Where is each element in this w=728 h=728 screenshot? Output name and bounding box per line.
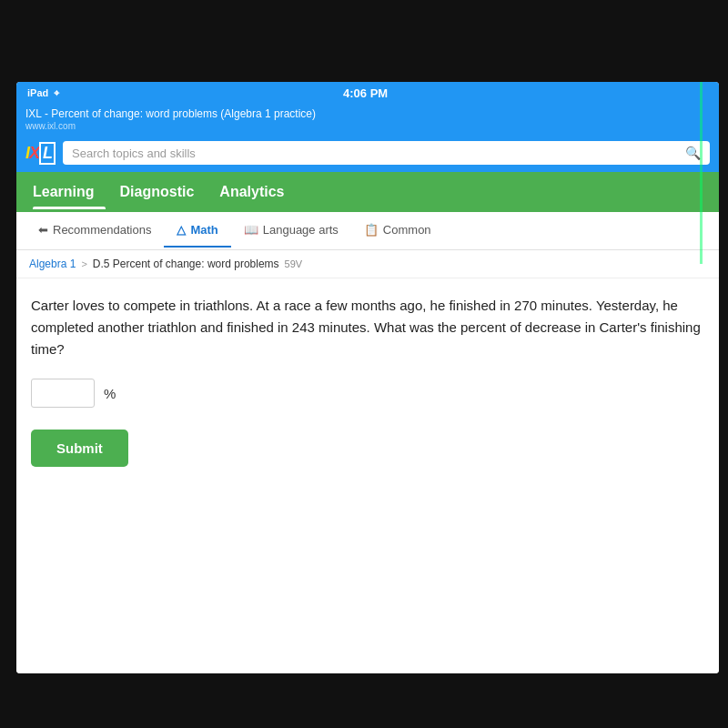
main-content: Carter loves to compete in triathlons. A…: [16, 278, 719, 673]
search-wrapper[interactable]: Search topics and skills 🔍: [63, 141, 710, 165]
tab-math[interactable]: △ Math: [164, 214, 230, 248]
browser-bar: IXL - Percent of change: word problems (…: [16, 104, 719, 136]
breadcrumb-separator: >: [81, 258, 86, 269]
percent-label: %: [104, 386, 116, 401]
nav-item-analytics[interactable]: Analytics: [212, 175, 302, 209]
search-placeholder: Search topics and skills: [72, 147, 196, 160]
search-bar: IXL Search topics and skills 🔍: [16, 136, 719, 172]
breadcrumb-current: D.5 Percent of change: word problems: [93, 258, 279, 270]
device-label: iPad: [27, 87, 48, 98]
ixl-logo: IXL: [25, 142, 56, 165]
breadcrumb: Algebra 1 > D.5 Percent of change: word …: [16, 250, 719, 278]
tab-recommendations[interactable]: ⬅ Recommendations: [25, 214, 164, 248]
search-icon: 🔍: [685, 146, 701, 160]
answer-row: %: [31, 379, 704, 408]
nav-bar: Learning Diagnostic Analytics: [16, 172, 719, 212]
status-bar: iPad ⌖ 4:06 PM: [16, 82, 719, 104]
page-title: IXL - Percent of change: word problems (…: [25, 107, 710, 120]
browser-url: www.ixl.com: [25, 121, 710, 131]
status-bar-left: iPad ⌖: [27, 87, 59, 99]
sub-tabs: ⬅ Recommendations △ Math 📖 Language arts…: [16, 212, 719, 250]
submit-button[interactable]: Submit: [31, 430, 128, 467]
question-text: Carter loves to compete in triathlons. A…: [31, 295, 704, 360]
breadcrumb-parent[interactable]: Algebra 1: [29, 258, 76, 270]
time-display: 4:06 PM: [343, 86, 388, 100]
language-arts-icon: 📖: [244, 223, 258, 237]
common-icon: 📋: [364, 223, 379, 237]
tab-common[interactable]: 📋 Common: [351, 214, 444, 248]
common-label: Common: [383, 223, 431, 237]
recommendations-icon: ⬅: [38, 223, 48, 237]
nav-item-learning[interactable]: Learning: [25, 175, 113, 209]
recommendations-label: Recommendations: [53, 223, 151, 237]
math-icon: △: [177, 223, 186, 237]
wifi-icon: ⌖: [54, 87, 59, 99]
answer-input[interactable]: [31, 379, 95, 408]
nav-item-diagnostic[interactable]: Diagnostic: [113, 175, 213, 209]
language-arts-label: Language arts: [263, 223, 339, 237]
ipad-screen: iPad ⌖ 4:06 PM IXL - Percent of change: …: [16, 82, 719, 673]
breadcrumb-badge: 59V: [285, 258, 303, 269]
tab-language-arts[interactable]: 📖 Language arts: [231, 214, 351, 248]
math-label: Math: [190, 223, 217, 237]
